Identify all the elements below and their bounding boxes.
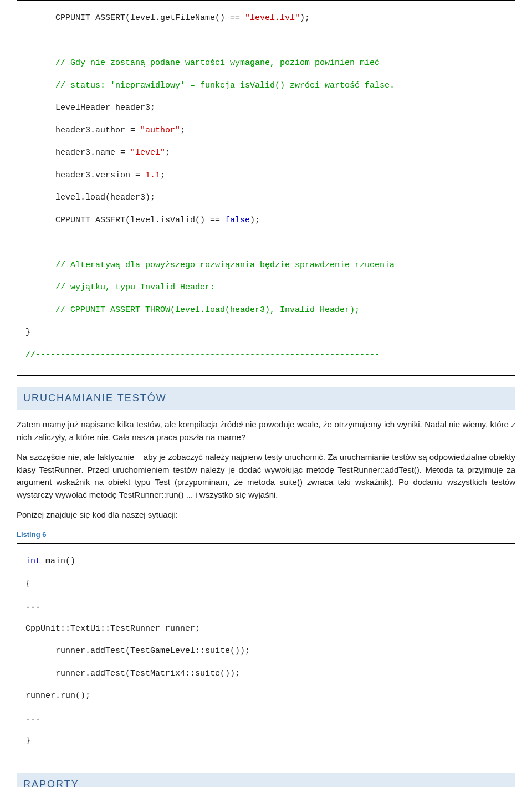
code-comment: // wyjątku, typu Invalid_Header: <box>25 282 507 293</box>
paragraph: Zatem mamy już napisane kilka testów, al… <box>17 418 515 443</box>
code-line: runner.addTest(TestMatrix4::suite()); <box>25 668 507 679</box>
code-line: { <box>25 579 507 590</box>
code-line: CppUnit::TextUi::TestRunner runner; <box>25 624 507 635</box>
section-running-tests: URUCHAMIANIE TESTÓW <box>17 387 515 410</box>
code-line: runner.run(); <box>25 691 507 702</box>
code-line: header3.name = "level"; <box>25 147 507 159</box>
code-blank <box>25 35 507 47</box>
code-line: ... <box>25 601 507 612</box>
code-line: CPPUNIT_ASSERT(level.isValid() == false)… <box>25 215 507 226</box>
code-comment: // Alteratywą dla powyższego rozwiązania… <box>25 260 507 271</box>
code-line: int main() <box>25 556 507 567</box>
code-line: runner.addTest(TestGameLevel::suite()); <box>25 646 507 657</box>
paragraph: Na szczęście nie, ale faktycznie – aby j… <box>17 451 515 501</box>
code-line: ... <box>25 713 507 724</box>
code-line: CPPUNIT_ASSERT(level.getFileName() == "l… <box>25 13 507 24</box>
code-line: } <box>25 735 507 747</box>
code-comment: // Gdy nie zostaną podane wartości wymag… <box>25 58 507 69</box>
code-comment: // status: 'nieprawidłowy' – funkcja isV… <box>25 80 507 91</box>
code-comment: // CPPUNIT_ASSERT_THROW(level.load(heade… <box>25 305 507 316</box>
paragraph: Poniżej znajduje się kod dla naszej sytu… <box>17 509 515 522</box>
code-blank <box>25 237 507 248</box>
code-comment: //--------------------------------------… <box>25 350 507 361</box>
code-line: header3.author = "author"; <box>25 125 507 136</box>
code-block-2: int main() { ... CppUnit::TextUi::TestRu… <box>17 543 515 762</box>
code-line: LevelHeader header3; <box>25 103 507 114</box>
listing-label-6: Listing 6 <box>17 530 515 539</box>
section-reports: RAPORTY <box>17 773 515 788</box>
code-line: } <box>25 327 507 338</box>
code-line: level.load(header3); <box>25 192 507 203</box>
code-block-1: CPPUNIT_ASSERT(level.getFileName() == "l… <box>17 0 515 376</box>
code-line: header3.version = 1.1; <box>25 170 507 181</box>
